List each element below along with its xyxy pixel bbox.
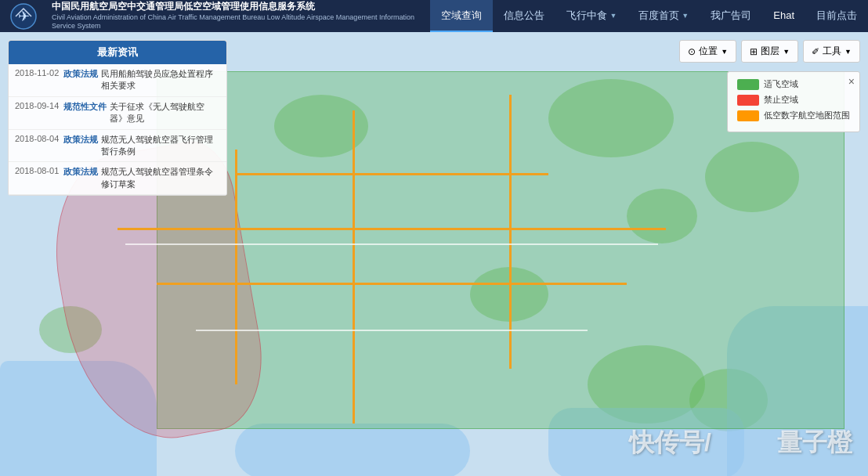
logo: ✈ bbox=[0, 0, 47, 32]
legend-item-2: 禁止空域 bbox=[737, 94, 850, 106]
location-button[interactable]: ⊙ 位置 ▼ bbox=[679, 40, 736, 63]
sidebar-date-1: 2018-11-02 bbox=[15, 68, 59, 78]
road-h-2 bbox=[157, 283, 627, 285]
nav-item-ehat[interactable]: Ehat bbox=[762, 0, 805, 32]
nav-label-news: 信息公告 bbox=[504, 9, 544, 23]
sidebar-item-3[interactable]: 2018-08-04 政策法规 规范无人驾驶航空器飞行管理暂行条例 bbox=[9, 130, 226, 163]
header: ✈ 中国民用航空局空中交通管理局低空空域管理使用信息服务系统 Civil Avi… bbox=[0, 0, 868, 32]
sidebar-type-2: 规范性文件 bbox=[63, 101, 107, 113]
location-label: 位置 bbox=[699, 45, 718, 58]
nav-item-baidu[interactable]: 百度首页 ▼ bbox=[627, 0, 700, 32]
main-title-text: 中国民用航空局空中交通管理局低空空域管理使用信息服务系统 bbox=[52, 1, 425, 13]
sidebar-item-4[interactable]: 2018-08-01 政策法规 规范无人驾驶航空器管理条令修订草案 bbox=[9, 162, 226, 195]
tools-icon: ✐ bbox=[812, 46, 819, 57]
tools-label: 工具 bbox=[823, 45, 841, 58]
legend-close-button[interactable]: × bbox=[848, 75, 855, 88]
sidebar-content-1: 民用船舶驾驶员应急处置程序相关要求 bbox=[101, 68, 220, 92]
map-container[interactable]: 最新资讯 2018-11-02 政策法规 民用船舶驾驶员应急处置程序相关要求 2… bbox=[0, 32, 868, 476]
layer-icon: ⊞ bbox=[750, 46, 758, 57]
road-h-thin-1 bbox=[125, 243, 658, 245]
sub-title-text: Civil Aviation Administration of China A… bbox=[52, 13, 425, 31]
sidebar-type-1: 政策法规 bbox=[63, 68, 98, 80]
chevron-down-icon: ▼ bbox=[609, 12, 617, 20]
chevron-down-icon-baidu: ▼ bbox=[682, 12, 689, 20]
sidebar-type-4: 政策法规 bbox=[63, 166, 98, 178]
legend-color-green bbox=[737, 79, 759, 90]
eagle-icon: ✈ bbox=[9, 2, 38, 31]
nav-menu: 空域查询 信息公告 飞行中食 ▼ 百度首页 ▼ 我广告司 Ehat 目前点击 bbox=[430, 0, 868, 32]
sidebar-header: 最新资讯 bbox=[9, 41, 226, 64]
legend-panel: × 适飞空域 禁止空域 低空数字航空地图范围 bbox=[727, 71, 860, 132]
location-icon: ⊙ bbox=[688, 46, 696, 57]
chevron-down-icon-loc: ▼ bbox=[721, 48, 728, 56]
nav-label-status: 目前点击 bbox=[816, 9, 857, 23]
sidebar-content-4: 规范无人驾驶航空器管理条令修订草案 bbox=[101, 166, 220, 190]
chevron-down-icon-tools: ▼ bbox=[844, 48, 852, 56]
sidebar-content-2: 关于征求《无人驾驶航空器》意见 bbox=[110, 101, 220, 125]
nav-label-ehat: Ehat bbox=[773, 9, 794, 21]
legend-label-3: 低空数字航空地图范围 bbox=[764, 110, 850, 121]
map-controls: ⊙ 位置 ▼ ⊞ 图层 ▼ ✐ 工具 ▼ bbox=[679, 40, 860, 63]
road-h-main bbox=[118, 228, 666, 230]
legend-item-3: 低空数字航空地图范围 bbox=[737, 110, 850, 121]
sidebar-item-1[interactable]: 2018-11-02 政策法规 民用船舶驾驶员应急处置程序相关要求 bbox=[9, 64, 226, 97]
nav-item-status[interactable]: 目前点击 bbox=[805, 0, 868, 32]
nav-label-home: 空域查询 bbox=[441, 9, 482, 23]
nav-label-baidu: 百度首页 bbox=[638, 9, 679, 23]
water-area-3 bbox=[235, 424, 470, 476]
sidebar-date-4: 2018-08-01 bbox=[15, 166, 59, 175]
sidebar-content-3: 规范无人驾驶航空器飞行管理暂行条例 bbox=[101, 134, 220, 158]
nav-item-mine[interactable]: 我广告司 bbox=[700, 0, 762, 32]
legend-item-1: 适飞空域 bbox=[737, 78, 850, 90]
legend-label-2: 禁止空域 bbox=[764, 94, 798, 106]
nav-label-flight: 飞行中食 bbox=[566, 9, 607, 23]
nav-item-home[interactable]: 空域查询 bbox=[430, 0, 493, 32]
nav-label-mine: 我广告司 bbox=[711, 9, 751, 23]
legend-color-red bbox=[737, 95, 759, 106]
sidebar-panel: 最新资讯 2018-11-02 政策法规 民用船舶驾驶员应急处置程序相关要求 2… bbox=[8, 40, 227, 196]
nav-item-flight[interactable]: 飞行中食 ▼ bbox=[555, 0, 627, 32]
svg-text:✈: ✈ bbox=[18, 9, 30, 24]
legend-label-1: 适飞空域 bbox=[764, 78, 798, 90]
chevron-down-icon-layer: ▼ bbox=[783, 48, 790, 56]
layer-label: 图层 bbox=[761, 45, 779, 58]
road-v-main bbox=[353, 110, 355, 424]
sidebar-item-2[interactable]: 2018-09-14 规范性文件 关于征求《无人驾驶航空器》意见 bbox=[9, 97, 226, 130]
nav-item-news[interactable]: 信息公告 bbox=[493, 0, 555, 32]
road-h-3 bbox=[235, 173, 548, 175]
header-title: 中国民用航空局空中交通管理局低空空域管理使用信息服务系统 Civil Aviat… bbox=[47, 1, 430, 31]
tools-button[interactable]: ✐ 工具 ▼ bbox=[803, 40, 860, 63]
road-h-thin-2 bbox=[196, 330, 588, 331]
layer-button[interactable]: ⊞ 图层 ▼ bbox=[741, 40, 798, 63]
road-v-2 bbox=[509, 95, 512, 369]
sidebar-date-2: 2018-09-14 bbox=[15, 101, 59, 110]
road-v-3 bbox=[235, 150, 237, 384]
legend-color-orange bbox=[737, 110, 759, 121]
sidebar-type-3: 政策法规 bbox=[63, 134, 98, 146]
sidebar-date-3: 2018-08-04 bbox=[15, 134, 59, 143]
